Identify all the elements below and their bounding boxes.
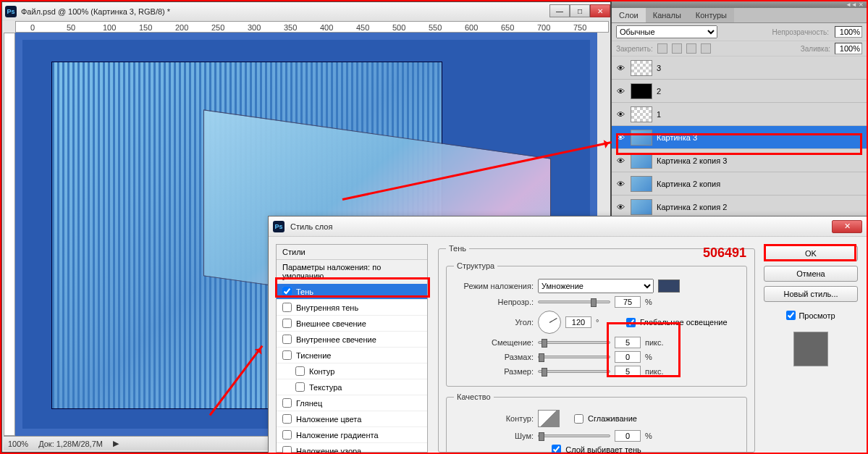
layer-thumbnail[interactable] xyxy=(631,83,652,99)
size-slider[interactable] xyxy=(538,370,610,373)
document-titlebar: Ps Файл.psd @ 100% (Картинка 3, RGB/8) *… xyxy=(2,2,610,21)
inner-shadow-checkbox[interactable] xyxy=(282,303,292,312)
shadow-opacity-label: Непрозр.: xyxy=(454,298,534,306)
lock-pixels-icon[interactable] xyxy=(672,43,682,54)
panel-tabs: Слои Каналы Контуры xyxy=(612,8,867,23)
maximize-button[interactable]: □ xyxy=(570,4,590,17)
texture-checkbox[interactable] xyxy=(295,382,305,392)
visibility-icon[interactable]: 👁 xyxy=(615,62,626,74)
style-bevel[interactable]: Тиснение xyxy=(277,348,427,363)
contour-picker[interactable] xyxy=(538,410,560,427)
structure-legend: Структура xyxy=(454,261,497,270)
dialog-titlebar[interactable]: Ps Стиль слоя ✕ xyxy=(269,217,867,237)
distance-value[interactable] xyxy=(615,337,641,348)
visibility-icon[interactable]: 👁 xyxy=(615,132,626,143)
gradient-overlay-checkbox[interactable] xyxy=(282,430,292,440)
visibility-icon[interactable]: 👁 xyxy=(615,201,626,213)
angle-value[interactable] xyxy=(565,316,591,328)
preview-checkbox[interactable] xyxy=(786,311,796,320)
new-style-button[interactable]: Новый стиль... xyxy=(764,286,858,302)
tab-paths[interactable]: Контуры xyxy=(688,8,734,22)
ruler-vertical[interactable] xyxy=(4,33,15,436)
layer-thumbnail[interactable] xyxy=(631,199,652,215)
global-light-label: Глобальное освещение xyxy=(640,318,728,327)
blend-mode-select[interactable]: Обычные xyxy=(616,25,717,38)
style-color-overlay[interactable]: Наложение цвета xyxy=(277,411,427,427)
spread-slider[interactable] xyxy=(538,356,610,358)
contour-checkbox[interactable] xyxy=(295,366,305,376)
color-overlay-checkbox[interactable] xyxy=(282,414,292,424)
opacity-input[interactable] xyxy=(835,26,862,38)
style-inner-shadow[interactable]: Внутренняя тень xyxy=(277,300,427,316)
ok-button[interactable]: OK xyxy=(764,245,858,261)
quality-group: Качество Контур: Сглаживание Шум: % xyxy=(446,392,747,454)
drop-shadow-checkbox[interactable] xyxy=(282,287,292,296)
cancel-button[interactable]: Отмена xyxy=(764,266,858,282)
shadow-color-swatch[interactable] xyxy=(658,279,680,293)
status-arrow-icon[interactable]: ▶ xyxy=(113,439,119,448)
layer-thumbnail[interactable] xyxy=(631,130,652,146)
spread-label: Размах: xyxy=(454,353,534,361)
style-outer-glow[interactable]: Внешнее свечение xyxy=(277,316,427,332)
noise-value[interactable] xyxy=(615,430,641,442)
layer-thumbnail[interactable] xyxy=(631,106,652,122)
doc-size: Док: 1,28M/28,7M xyxy=(38,440,103,448)
tab-channels[interactable]: Каналы xyxy=(646,8,688,22)
style-satin[interactable]: Глянец xyxy=(277,395,427,411)
structure-group: Структура Режим наложения: Умножение Неп… xyxy=(446,261,747,387)
blend-mode-label: Режим наложения: xyxy=(454,282,534,290)
visibility-icon[interactable]: 👁 xyxy=(615,109,626,120)
zoom-level[interactable]: 100% xyxy=(8,440,28,448)
shadow-group: Тень Структура Режим наложения: Умножени… xyxy=(438,244,755,453)
angle-dial[interactable] xyxy=(538,311,561,334)
opacity-value[interactable] xyxy=(615,296,641,308)
outer-glow-checkbox[interactable] xyxy=(282,319,292,328)
visibility-icon[interactable]: 👁 xyxy=(615,85,626,97)
style-inner-glow[interactable]: Внутреннее свечение xyxy=(277,332,427,348)
spread-value[interactable] xyxy=(615,351,641,363)
layer-row[interactable]: 👁 Картинка 2 копия 3 xyxy=(612,149,867,172)
contour-label: Контур: xyxy=(454,414,534,423)
layer-row[interactable]: 👁 2 xyxy=(612,80,867,103)
antialias-checkbox[interactable] xyxy=(574,414,583,424)
lock-transparent-icon[interactable] xyxy=(657,43,667,54)
watermark: 506491 xyxy=(703,245,746,261)
size-value[interactable] xyxy=(615,366,641,377)
distance-slider[interactable] xyxy=(538,341,610,344)
lock-position-icon[interactable] xyxy=(686,43,696,54)
global-light-checkbox[interactable] xyxy=(626,318,636,327)
blend-mode-select[interactable]: Умножение xyxy=(538,279,654,293)
lock-all-icon[interactable] xyxy=(701,43,711,54)
inner-glow-checkbox[interactable] xyxy=(282,335,292,344)
minimize-button[interactable]: — xyxy=(549,4,570,17)
style-drop-shadow[interactable]: Тень xyxy=(277,284,427,300)
layer-row[interactable]: 👁 1 xyxy=(612,103,867,126)
noise-slider[interactable] xyxy=(538,434,610,437)
layer-thumbnail[interactable] xyxy=(631,176,652,192)
opacity-label: Непрозрачность: xyxy=(772,28,829,36)
layer-thumbnail[interactable] xyxy=(631,153,652,169)
satin-checkbox[interactable] xyxy=(282,398,292,408)
layer-row[interactable]: 👁 Картинка 3 xyxy=(612,126,867,149)
opacity-slider[interactable] xyxy=(538,300,610,303)
ruler-horizontal[interactable]: 0 50 100 150 200 250 300 350 400 450 500… xyxy=(15,21,609,33)
layer-row[interactable]: 👁 Картинка 2 копия xyxy=(612,172,867,196)
style-pattern-overlay[interactable]: Наложение узора xyxy=(277,443,427,454)
layer-thumbnail[interactable] xyxy=(631,60,652,76)
fill-input[interactable] xyxy=(835,43,862,54)
fill-label: Заливка: xyxy=(801,45,830,53)
style-contour[interactable]: Контур xyxy=(277,363,427,379)
knockout-checkbox[interactable] xyxy=(552,445,561,454)
style-texture[interactable]: Текстура xyxy=(277,379,427,395)
tab-layers[interactable]: Слои xyxy=(612,8,646,22)
pattern-overlay-checkbox[interactable] xyxy=(282,446,292,454)
knockout-label: Слой выбивает тень xyxy=(565,445,641,454)
close-button[interactable]: ✕ xyxy=(590,4,610,17)
style-blending-options[interactable]: Параметры наложения: по умолчанию xyxy=(277,260,427,284)
dialog-close-button[interactable]: ✕ xyxy=(832,220,862,233)
visibility-icon[interactable]: 👁 xyxy=(615,155,626,167)
style-gradient-overlay[interactable]: Наложение градиента xyxy=(277,427,427,443)
visibility-icon[interactable]: 👁 xyxy=(615,178,626,190)
bevel-checkbox[interactable] xyxy=(282,350,292,360)
layer-row[interactable]: 👁 3 xyxy=(612,56,867,80)
